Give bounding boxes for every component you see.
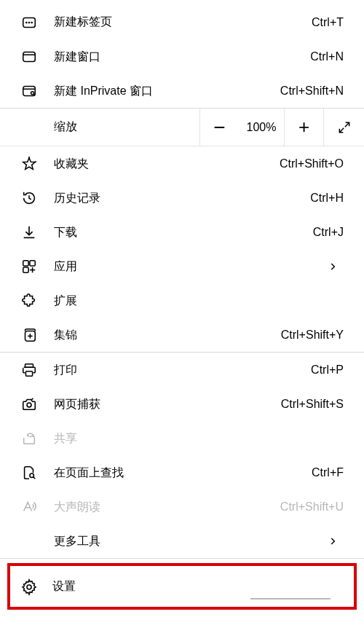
blank-icon <box>20 532 38 550</box>
zoom-label: 缩放 <box>54 119 77 135</box>
menu-shortcut: Ctrl+J <box>313 226 344 239</box>
menu-item-new-tab[interactable]: 新建标签页 Ctrl+T <box>0 0 364 39</box>
svg-line-11 <box>339 127 344 132</box>
menu-item-find-on-page[interactable]: 在页面上查找 Ctrl+F <box>0 455 364 490</box>
svg-line-14 <box>35 162 36 162</box>
chevron-right-icon <box>322 536 344 546</box>
svg-rect-19 <box>23 267 28 272</box>
fullscreen-button[interactable] <box>323 109 364 146</box>
menu-label: 历史记录 <box>54 191 100 206</box>
menu-label: 设置 <box>52 579 76 594</box>
menu-item-web-capture[interactable]: 网页捕获 Ctrl+Shift+S <box>0 387 364 421</box>
menu-label: 集锦 <box>54 328 77 343</box>
menu-shortcut: Ctrl+P <box>311 363 344 377</box>
svg-rect-17 <box>23 261 28 266</box>
menu-label: 网页捕获 <box>54 397 100 412</box>
menu-item-settings[interactable]: 设置 <box>10 566 354 607</box>
settings-underline <box>250 598 331 599</box>
history-icon <box>20 189 38 207</box>
svg-point-27 <box>27 403 31 407</box>
menu-item-read-aloud: 大声朗读 Ctrl+Shift+U <box>0 490 364 524</box>
apps-icon <box>20 258 38 275</box>
menu-item-new-inprivate[interactable]: 新建 InPrivate 窗口 Ctrl+Shift+N <box>0 74 364 108</box>
menu-item-share: 共享 <box>0 421 364 455</box>
zoom-in-button[interactable]: + <box>284 109 323 146</box>
menu-shortcut: Ctrl+F <box>312 466 344 479</box>
svg-point-8 <box>31 92 34 95</box>
new-window-icon <box>20 48 38 66</box>
menu-label: 新建 InPrivate 窗口 <box>54 84 153 99</box>
svg-point-31 <box>27 585 31 589</box>
read-aloud-icon <box>20 498 38 516</box>
menu-label: 新建标签页 <box>54 15 112 30</box>
menu-item-extensions[interactable]: 扩展 <box>0 283 364 318</box>
menu-label: 打印 <box>54 363 77 378</box>
menu-item-favorites[interactable]: 收藏夹 Ctrl+Shift+O <box>0 146 364 181</box>
menu-item-apps[interactable]: 应用 <box>0 249 364 283</box>
menu-shortcut: Ctrl+N <box>310 50 344 63</box>
menu-shortcut: Ctrl+Shift+U <box>280 500 344 514</box>
print-icon <box>20 361 38 379</box>
menu-label: 下载 <box>54 225 77 240</box>
share-icon <box>20 430 38 447</box>
menu-item-history[interactable]: 历史记录 Ctrl+H <box>0 181 364 215</box>
menu-label: 共享 <box>54 431 77 447</box>
zoom-value: 100% <box>239 121 284 134</box>
collections-icon <box>20 326 38 344</box>
menu-label: 扩展 <box>54 294 77 309</box>
menu-shortcut: Ctrl+Shift+O <box>280 157 344 170</box>
svg-marker-12 <box>23 158 36 170</box>
new-tab-icon <box>20 14 38 31</box>
gear-icon <box>20 578 38 596</box>
menu-label: 收藏夹 <box>54 157 89 172</box>
svg-rect-26 <box>25 371 32 376</box>
menu-label: 在页面上查找 <box>54 465 124 481</box>
menu-label: 新建窗口 <box>54 50 100 65</box>
separator <box>0 558 364 559</box>
svg-point-28 <box>30 473 33 478</box>
camera-icon <box>20 396 38 413</box>
menu-shortcut: Ctrl+H <box>310 192 344 205</box>
download-icon <box>20 224 38 241</box>
menu-item-collections[interactable]: 集锦 Ctrl+Shift+Y <box>0 318 364 352</box>
menu-item-zoom: 缩放 − 100% + <box>0 109 364 146</box>
settings-highlight-box: 设置 <box>7 563 357 610</box>
menu-item-print[interactable]: 打印 Ctrl+P <box>0 353 364 387</box>
menu-shortcut: Ctrl+Shift+N <box>280 84 344 98</box>
menu-shortcut: Ctrl+T <box>312 16 344 29</box>
menu-item-new-window[interactable]: 新建窗口 Ctrl+N <box>0 39 364 74</box>
svg-rect-18 <box>30 261 35 266</box>
menu-item-downloads[interactable]: 下载 Ctrl+J <box>0 215 364 249</box>
svg-line-10 <box>344 122 349 127</box>
chevron-right-icon <box>322 262 344 272</box>
star-icon <box>20 155 38 173</box>
browser-main-menu: 新建标签页 Ctrl+T 新建窗口 Ctrl+N 新建 InPrivate 窗口… <box>0 0 364 610</box>
extensions-icon <box>20 292 38 310</box>
menu-item-more-tools[interactable]: 更多工具 <box>0 524 364 558</box>
menu-shortcut: Ctrl+Shift+S <box>281 398 344 411</box>
svg-point-2 <box>28 22 29 23</box>
menu-shortcut: Ctrl+Shift+Y <box>281 329 344 342</box>
svg-rect-4 <box>23 52 36 62</box>
find-icon <box>20 464 38 481</box>
svg-point-3 <box>31 22 32 23</box>
svg-line-29 <box>33 477 36 479</box>
menu-label: 应用 <box>54 259 77 275</box>
menu-label: 更多工具 <box>54 534 100 549</box>
menu-label: 大声朗读 <box>54 500 100 515</box>
inprivate-icon <box>20 82 38 100</box>
zoom-out-button[interactable]: − <box>199 109 239 146</box>
svg-point-1 <box>26 22 27 23</box>
